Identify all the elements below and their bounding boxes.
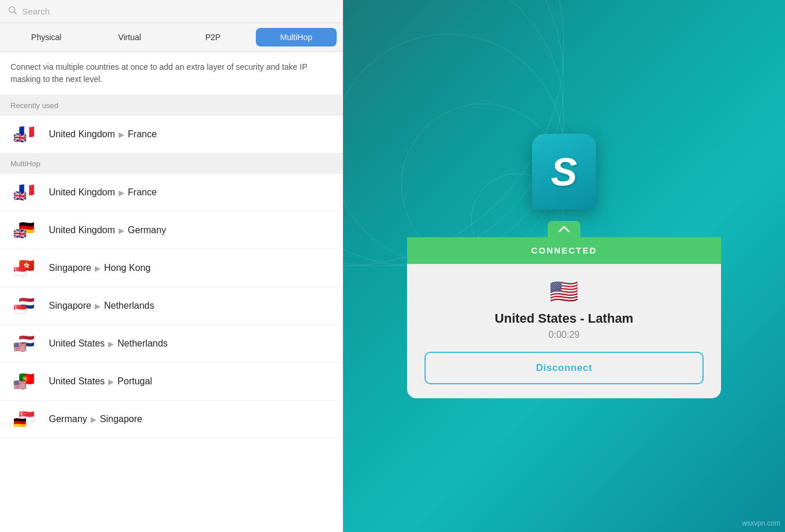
to-country-6: Singapore — [100, 414, 142, 424]
connection-timer: 0:00:29 — [548, 330, 579, 340]
flag-from-2: 🇸🇬 — [10, 265, 29, 279]
server-route-6: Germany ▶ Singapore — [49, 414, 142, 424]
server-route-1: United Kingdom ▶ Germany — [49, 225, 166, 235]
route-arrow-2: ▶ — [95, 264, 101, 273]
country-name: United States - Latham — [495, 311, 633, 326]
flag-from: 🇬🇧 — [10, 131, 29, 145]
description-text: Connect via multiple countries at once t… — [0, 52, 342, 95]
from-country-0: United Kingdom — [49, 187, 115, 198]
flag-from-0: 🇬🇧 — [10, 189, 29, 203]
disconnect-button[interactable]: Disconnect — [424, 352, 704, 384]
from-country-1: United Kingdom — [49, 225, 115, 235]
multihop-item-5[interactable]: 🇵🇹 🇺🇸 United States ▶ Portugal — [0, 363, 342, 401]
flag-from-6: 🇩🇪 — [10, 416, 29, 430]
server-route-5: United States ▶ Portugal — [49, 376, 152, 387]
from-country-6: Germany — [49, 414, 87, 424]
to-country-0: France — [128, 187, 157, 198]
flag-container: 🇫🇷 🇬🇧 — [10, 124, 41, 145]
chevron-up-icon[interactable] — [548, 221, 580, 237]
route-arrow-0: ▶ — [119, 188, 124, 197]
flag-container-0: 🇫🇷 🇬🇧 — [10, 182, 41, 203]
server-route-0: United Kingdom ▶ France — [49, 187, 157, 198]
multihop-item-6[interactable]: 🇸🇬 🇩🇪 Germany ▶ Singapore — [0, 401, 342, 438]
country-flag-large: 🇺🇸 — [550, 278, 579, 305]
to-country: France — [128, 129, 157, 140]
multihop-item-1[interactable]: 🇩🇪 🇬🇧 United Kingdom ▶ Germany — [0, 212, 342, 249]
route-arrow-3: ▶ — [95, 302, 101, 310]
multihop-list: 🇫🇷 🇬🇧 United Kingdom ▶ France 🇩🇪 🇬🇧 Unit… — [0, 174, 342, 438]
from-country-4: United States — [49, 338, 105, 349]
multihop-item-2[interactable]: 🇭🇰 🇸🇬 Singapore ▶ Hong Kong — [0, 249, 342, 287]
logo-letter: S — [551, 152, 577, 191]
logo-icon: S — [532, 134, 596, 209]
server-route-2: Singapore ▶ Hong Kong — [49, 263, 151, 273]
route-arrow: ▶ — [119, 130, 124, 139]
from-country: United Kingdom — [49, 129, 115, 140]
logo-container: S — [532, 134, 596, 209]
flag-from-3: 🇸🇬 — [10, 302, 29, 316]
flag-container-5: 🇵🇹 🇺🇸 — [10, 371, 41, 392]
flag-container-3: 🇳🇱 🇸🇬 — [10, 295, 41, 316]
svg-line-1 — [15, 12, 17, 15]
route-arrow-6: ▶ — [91, 415, 97, 424]
from-country-2: Singapore — [49, 263, 91, 273]
flag-from-4: 🇺🇸 — [10, 340, 29, 354]
left-panel: Physical Virtual P2P MultiHop Connect vi… — [0, 0, 343, 532]
flag-container-4: 🇳🇱 🇺🇸 — [10, 333, 41, 354]
multihop-item-4[interactable]: 🇳🇱 🇺🇸 United States ▶ Netherlands — [0, 325, 342, 363]
flag-container-2: 🇭🇰 🇸🇬 — [10, 258, 41, 279]
tab-multihop[interactable]: MultiHop — [256, 28, 337, 47]
from-country-5: United States — [49, 376, 105, 387]
tab-virtual[interactable]: Virtual — [89, 28, 170, 47]
flag-container-1: 🇩🇪 🇬🇧 — [10, 220, 41, 241]
watermark: wsxvpn.com — [742, 519, 780, 527]
connected-label: CONNECTED — [531, 245, 597, 255]
route-arrow-1: ▶ — [119, 226, 124, 235]
to-country-1: Germany — [128, 225, 166, 235]
recently-used-header: Recently used — [0, 95, 342, 116]
tab-p2p[interactable]: P2P — [173, 28, 254, 47]
multihop-item-0[interactable]: 🇫🇷 🇬🇧 United Kingdom ▶ France — [0, 174, 342, 212]
route-arrow-4: ▶ — [108, 340, 114, 348]
search-bar — [0, 0, 342, 23]
server-route-text: United Kingdom ▶ France — [49, 129, 157, 140]
multihop-item-3[interactable]: 🇳🇱 🇸🇬 Singapore ▶ Netherlands — [0, 287, 342, 325]
to-country-2: Hong Kong — [104, 263, 151, 273]
connected-bar: CONNECTED — [407, 237, 721, 264]
tabs-container: Physical Virtual P2P MultiHop — [0, 23, 342, 52]
flag-from-1: 🇬🇧 — [10, 227, 29, 241]
tab-physical[interactable]: Physical — [6, 28, 87, 47]
recently-used-item-0[interactable]: 🇫🇷 🇬🇧 United Kingdom ▶ France — [0, 116, 342, 153]
to-country-5: Portugal — [117, 376, 152, 387]
connected-area: CONNECTED 🇺🇸 United States - Latham 0:00… — [407, 221, 721, 398]
flag-from-5: 🇺🇸 — [10, 378, 29, 392]
server-route-3: Singapore ▶ Netherlands — [49, 301, 154, 311]
route-arrow-5: ▶ — [108, 377, 114, 386]
search-input[interactable] — [22, 6, 334, 16]
server-route-4: United States ▶ Netherlands — [49, 338, 167, 349]
from-country-3: Singapore — [49, 301, 91, 311]
info-card: 🇺🇸 United States - Latham 0:00:29 Discon… — [407, 264, 721, 398]
server-list: Recently used 🇫🇷 🇬🇧 United Kingdom ▶ Fra… — [0, 95, 342, 532]
to-country-3: Netherlands — [104, 301, 154, 311]
multihop-section-header: MultiHop — [0, 153, 342, 174]
to-country-4: Netherlands — [117, 338, 167, 349]
flag-container-6: 🇸🇬 🇩🇪 — [10, 409, 41, 430]
search-icon — [8, 6, 17, 17]
right-panel: S CONNECTED 🇺🇸 United States - Latham 0:… — [343, 0, 785, 532]
